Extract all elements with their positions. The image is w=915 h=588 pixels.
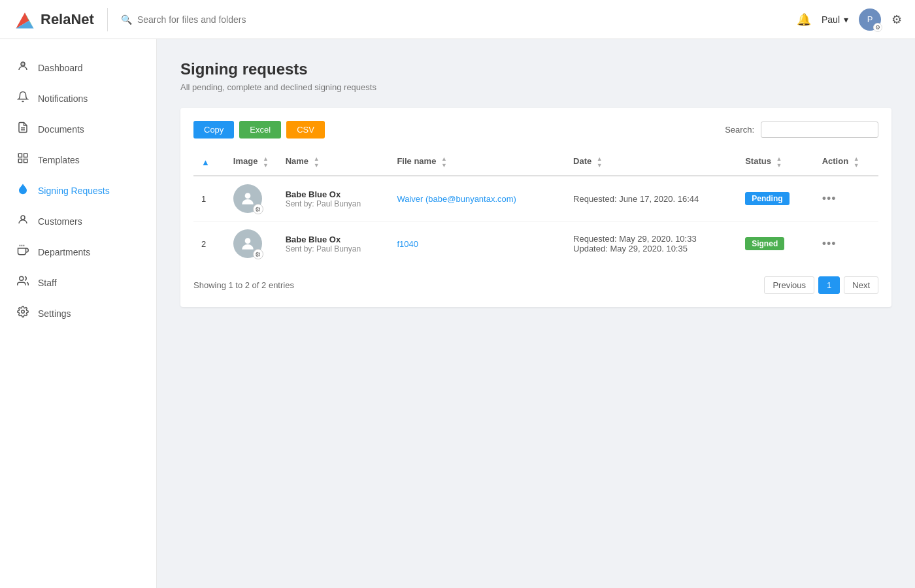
action-menu-button-2[interactable]: ••• <box>822 237 837 251</box>
row-name-main-2: Babe Blue Ox <box>286 235 382 244</box>
table-row: 2 ⚙ Babe Blue Ox Sent by: Paul Bunyan f1… <box>193 221 878 267</box>
image-sort-icons: ▲▼ <box>263 155 269 169</box>
toolbar-left: Copy Excel CSV <box>193 121 325 139</box>
row-name-2: Babe Blue Ox Sent by: Paul Bunyan <box>278 221 390 267</box>
notification-bell-icon[interactable]: 🔔 <box>797 12 811 27</box>
sidebar-item-label-staff: Staff <box>38 278 57 288</box>
sidebar-item-departments[interactable]: Departments <box>0 237 156 267</box>
row-filename-2: f1040 <box>389 221 565 267</box>
col-image-header[interactable]: Image ▲▼ <box>225 149 278 176</box>
sidebar: Dashboard Notifications Documents Templa… <box>0 39 157 588</box>
search-input[interactable] <box>137 14 333 25</box>
svg-point-15 <box>20 276 24 280</box>
svg-rect-8 <box>24 154 27 157</box>
svg-point-18 <box>244 238 250 244</box>
row-name-main-1: Babe Blue Ox <box>286 189 382 199</box>
templates-icon <box>16 152 30 167</box>
date-updated-2: Updated: May 29, 2020. 10:35 <box>573 244 729 253</box>
filename-link-1[interactable]: Waiver (babe@bunyantax.com) <box>397 194 516 204</box>
svg-rect-9 <box>24 159 27 163</box>
status-badge-1: Pending <box>745 192 789 205</box>
user-caret: ▾ <box>844 14 848 25</box>
main-layout: Dashboard Notifications Documents Templa… <box>0 39 915 588</box>
sidebar-item-customers[interactable]: Customers <box>0 206 156 237</box>
date-requested-1: Requested: June 17, 2020. 16:44 <box>573 194 729 204</box>
page-1-button[interactable]: 1 <box>818 276 840 294</box>
row-date-1: Requested: June 17, 2020. 16:44 <box>565 176 737 221</box>
search-icon: 🔍 <box>121 14 132 25</box>
sidebar-item-label-signing-requests: Signing Requests <box>38 186 110 196</box>
row-action-2: ••• <box>814 221 878 267</box>
col-filename-header[interactable]: File name ▲▼ <box>389 149 565 176</box>
action-menu-button-1[interactable]: ••• <box>822 192 837 206</box>
documents-icon <box>16 122 30 137</box>
sidebar-item-dashboard[interactable]: Dashboard <box>0 52 156 83</box>
notifications-icon <box>16 91 30 106</box>
user-menu[interactable]: Paul ▾ <box>822 14 848 25</box>
search-area: 🔍 <box>108 14 797 25</box>
col-date-header[interactable]: Date ▲▼ <box>565 149 737 176</box>
row-image-1: ⚙ <box>225 176 278 221</box>
page-subtitle: All pending, complete and declined signi… <box>180 82 891 92</box>
signing-requests-icon <box>16 183 30 198</box>
filename-link-2[interactable]: f1040 <box>397 239 418 249</box>
table-search-input[interactable] <box>761 122 878 138</box>
sidebar-item-label-departments: Departments <box>38 247 90 257</box>
sidebar-item-documents[interactable]: Documents <box>0 114 156 144</box>
sidebar-item-label-documents: Documents <box>38 124 84 135</box>
next-button[interactable]: Next <box>844 276 878 294</box>
col-action-header[interactable]: Action ▲▼ <box>814 149 878 176</box>
signing-requests-table: ▲ Image ▲▼ Name ▲▼ File name ▲▼ Date ▲▼ <box>193 149 878 266</box>
row-name-1: Babe Blue Ox Sent by: Paul Bunyan <box>278 176 390 221</box>
col-name-header[interactable]: Name ▲▼ <box>278 149 390 176</box>
header-right: 🔔 Paul ▾ P ⚙ ⚙ <box>797 8 902 31</box>
staff-icon <box>16 275 30 290</box>
row-avatar-gear-1: ⚙ <box>253 204 263 214</box>
sidebar-item-label-notifications: Notifications <box>38 93 88 104</box>
row-avatar-gear-2: ⚙ <box>253 249 263 259</box>
copy-button[interactable]: Copy <box>193 121 234 139</box>
departments-icon <box>16 244 30 259</box>
avatar-initials: P <box>867 14 873 24</box>
table-card: Copy Excel CSV Search: ▲ <box>180 108 891 307</box>
page-title: Signing requests <box>180 60 891 78</box>
sidebar-item-templates[interactable]: Templates <box>0 144 156 175</box>
row-date-2: Requested: May 29, 2020. 10:33Updated: M… <box>565 221 737 267</box>
svg-rect-10 <box>18 159 22 163</box>
filename-sort-icons: ▲▼ <box>441 155 447 169</box>
row-avatar-2: ⚙ <box>233 229 262 258</box>
pagination-controls: Previous 1 Next <box>764 276 878 294</box>
header-settings-icon[interactable]: ⚙ <box>891 12 902 27</box>
settings-icon <box>16 306 30 321</box>
svg-point-17 <box>244 193 250 199</box>
logo-text: RelaNet <box>41 11 94 28</box>
csv-button[interactable]: CSV <box>286 121 325 139</box>
previous-button[interactable]: Previous <box>764 276 814 294</box>
avatar[interactable]: P ⚙ <box>859 8 881 31</box>
svg-rect-7 <box>18 154 22 157</box>
row-image-2: ⚙ <box>225 221 278 267</box>
sort-up-icon: ▲ <box>201 157 210 167</box>
toolbar: Copy Excel CSV Search: <box>193 121 878 139</box>
sidebar-item-settings[interactable]: Settings <box>0 298 156 329</box>
svg-point-4 <box>22 63 24 65</box>
status-sort-icons: ▲▼ <box>776 155 782 169</box>
date-requested-2: Requested: May 29, 2020. 10:33 <box>573 234 729 244</box>
col-num-header: ▲ <box>193 149 225 176</box>
search-label: Search: <box>725 125 754 135</box>
table-header: ▲ Image ▲▼ Name ▲▼ File name ▲▼ Date ▲▼ <box>193 149 878 176</box>
row-avatar-1: ⚙ <box>233 184 262 213</box>
action-sort-icons: ▲▼ <box>854 155 859 169</box>
col-status-header[interactable]: Status ▲▼ <box>737 149 814 176</box>
sidebar-item-label-settings: Settings <box>38 308 71 319</box>
sidebar-item-staff[interactable]: Staff <box>0 267 156 298</box>
row-status-1: Pending <box>737 176 814 221</box>
status-badge-2: Signed <box>745 237 784 250</box>
row-filename-1: Waiver (babe@bunyantax.com) <box>389 176 565 221</box>
logo-icon <box>13 8 37 31</box>
sidebar-item-notifications[interactable]: Notifications <box>0 83 156 114</box>
svg-point-16 <box>22 310 25 314</box>
row-status-2: Signed <box>737 221 814 267</box>
excel-button[interactable]: Excel <box>239 121 281 139</box>
sidebar-item-signing-requests[interactable]: Signing Requests <box>0 175 156 206</box>
